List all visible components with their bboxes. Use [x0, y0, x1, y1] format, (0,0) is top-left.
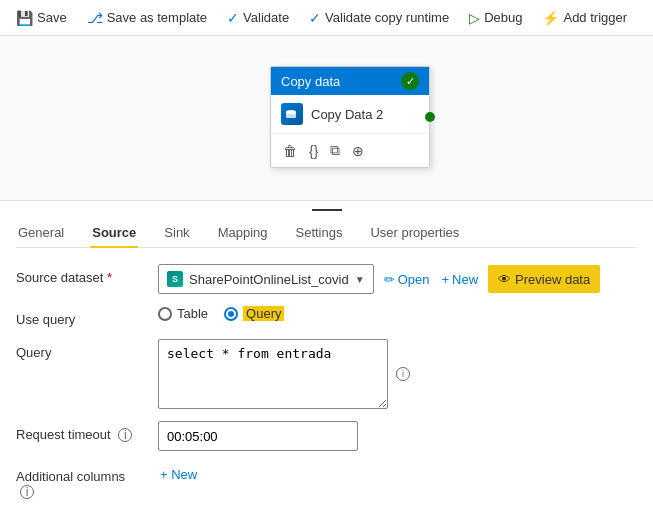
canvas-area: Copy data ✓ Copy Data 2 🗑 {} ⧉ ⊕: [0, 36, 653, 201]
timeout-info-icon: i: [118, 428, 132, 442]
radio-query[interactable]: Query: [224, 306, 284, 321]
pencil-icon: ✏: [384, 272, 395, 287]
open-button[interactable]: ✏ Open: [382, 268, 432, 291]
source-dataset-row: Source dataset * S SharePointOnlineList_…: [16, 264, 637, 294]
debug-button[interactable]: ▷ Debug: [461, 6, 530, 30]
arrow-button[interactable]: ⊕: [350, 141, 366, 161]
validate-copy-button[interactable]: ✓ Validate copy runtime: [301, 6, 457, 30]
request-timeout-content: [158, 421, 637, 451]
tab-mapping[interactable]: Mapping: [216, 219, 270, 248]
source-dataset-label: Source dataset *: [16, 264, 146, 285]
tab-source[interactable]: Source: [90, 219, 138, 248]
query-info-icon: i: [396, 367, 410, 381]
radio-group: Table Query: [158, 306, 284, 321]
bottom-panel: General Source Sink Mapping Settings Use…: [0, 209, 653, 499]
sharepoint-icon: S: [167, 271, 183, 287]
add-new-column-button[interactable]: + New: [158, 463, 199, 486]
delete-button[interactable]: 🗑: [281, 141, 299, 161]
connector-dot: [425, 112, 435, 122]
save-template-label: Save as template: [107, 10, 207, 25]
validate-copy-icon: ✓: [309, 10, 321, 26]
tab-bar: General Source Sink Mapping Settings Use…: [16, 211, 637, 248]
validate-button[interactable]: ✓ Validate: [219, 6, 297, 30]
request-timeout-label: Request timeout i: [16, 421, 146, 442]
preview-data-button[interactable]: 👁 Preview data: [488, 265, 600, 293]
additional-info-icon: i: [20, 485, 34, 499]
radio-table[interactable]: Table: [158, 306, 208, 321]
required-marker: *: [107, 270, 112, 285]
save-button[interactable]: 💾 Save: [8, 6, 75, 30]
add-trigger-button[interactable]: ⚡ Add trigger: [534, 6, 635, 30]
dataset-value: SharePointOnlineList_covid: [189, 272, 349, 287]
popup-item[interactable]: Copy Data 2: [271, 95, 429, 133]
main-toolbar: 💾 Save ⎇ Save as template ✓ Validate ✓ V…: [0, 0, 653, 36]
debug-icon: ▷: [469, 10, 480, 26]
save-label: Save: [37, 10, 67, 25]
query-content: select * from entrada i: [158, 339, 637, 409]
add-trigger-label: Add trigger: [563, 10, 627, 25]
use-query-row: Use query Table Query: [16, 306, 637, 327]
new-dataset-button[interactable]: + New: [439, 268, 480, 291]
tab-sink[interactable]: Sink: [162, 219, 191, 248]
popup-title: Copy data: [281, 74, 340, 89]
popup-actions: 🗑 {} ⧉ ⊕: [271, 133, 429, 167]
svg-point-1: [286, 110, 296, 114]
additional-columns-label: Additional columns i: [16, 463, 146, 499]
query-row: Query select * from entrada i: [16, 339, 637, 409]
use-query-content: Table Query: [158, 306, 637, 321]
query-textarea[interactable]: select * from entrada: [158, 339, 388, 409]
copy-data-name: Copy Data 2: [311, 107, 383, 122]
source-dataset-dropdown[interactable]: S SharePointOnlineList_covid ▼: [158, 264, 374, 294]
dropdown-arrow-icon: ▼: [355, 274, 365, 285]
add-new-label: + New: [160, 467, 197, 482]
use-query-label: Use query: [16, 306, 146, 327]
copy-data-icon: [281, 103, 303, 125]
additional-columns-content: + New: [158, 463, 637, 486]
additional-columns-row: Additional columns i + New: [16, 463, 637, 499]
plus-icon: +: [441, 272, 449, 287]
popup-check-icon: ✓: [401, 72, 419, 90]
query-radio-label: Query: [243, 306, 284, 321]
save-template-icon: ⎇: [87, 10, 103, 26]
save-template-button[interactable]: ⎇ Save as template: [79, 6, 215, 30]
tab-user-properties[interactable]: User properties: [368, 219, 461, 248]
save-icon: 💾: [16, 10, 33, 26]
request-timeout-input[interactable]: [158, 421, 358, 451]
query-label: Query: [16, 339, 146, 360]
debug-label: Debug: [484, 10, 522, 25]
source-dataset-content: S SharePointOnlineList_covid ▼ ✏ Open + …: [158, 264, 637, 294]
tab-settings[interactable]: Settings: [294, 219, 345, 248]
copy-data-popup[interactable]: Copy data ✓ Copy Data 2 🗑 {} ⧉ ⊕: [270, 66, 430, 168]
tab-general[interactable]: General: [16, 219, 66, 248]
copy-button[interactable]: ⧉: [328, 140, 342, 161]
radio-table-circle: [158, 307, 172, 321]
validate-icon: ✓: [227, 10, 239, 26]
popup-header: Copy data ✓: [271, 67, 429, 95]
table-label: Table: [177, 306, 208, 321]
validate-label: Validate: [243, 10, 289, 25]
radio-query-circle: [224, 307, 238, 321]
code-button[interactable]: {}: [307, 141, 320, 161]
request-timeout-row: Request timeout i: [16, 421, 637, 451]
validate-copy-label: Validate copy runtime: [325, 10, 449, 25]
preview-icon: 👁: [498, 272, 511, 287]
trigger-icon: ⚡: [542, 10, 559, 26]
